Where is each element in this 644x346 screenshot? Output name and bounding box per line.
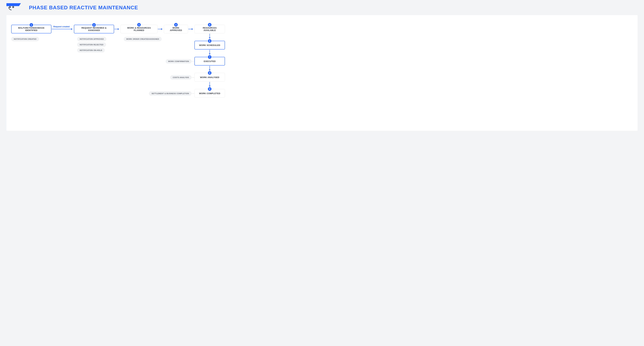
status-pill: NOTIFICATION ON-HOLD <box>77 48 105 52</box>
page-title: PHASE BASED REACTIVE MAINTENANCE <box>29 5 138 10</box>
brand-logo <box>6 3 21 12</box>
arrow-right-icon <box>188 29 193 29</box>
phase-label: RESOURCES AVAILABLE <box>197 27 222 32</box>
phase-label: MALFUNCTION/DAMAGE IDENTIFIED <box>14 27 49 32</box>
arrow-right-icon <box>114 29 119 29</box>
phase-badge: 3 <box>137 23 141 27</box>
svg-marker-0 <box>6 3 21 6</box>
phase-label: EXECUTED <box>204 60 216 62</box>
status-pill: WORK CONFIRMATION <box>166 59 192 64</box>
arrow-right-icon <box>52 29 72 29</box>
svg-point-1 <box>9 6 11 8</box>
arrow-down-icon <box>210 82 210 87</box>
svg-point-2 <box>12 6 14 8</box>
page-header: PHASE BASED REACTIVE MAINTENANCE <box>0 0 644 14</box>
phase-2: 2 REQUEST REVIEWED & ASSESSED <box>74 25 114 34</box>
arrow-down-icon <box>210 50 210 54</box>
phase-badge: 7 <box>208 55 212 59</box>
phase-1: 1 MALFUNCTION/DAMAGE IDENTIFIED <box>11 25 52 34</box>
arrow-down-icon <box>210 34 210 38</box>
phase-badge: 1 <box>29 23 34 27</box>
phase-5: 5 RESOURCES AVAILABLE <box>194 25 225 34</box>
phase-label: WORK APPROVED <box>166 27 186 32</box>
status-pill: WORK ORDER CREATED/ASSIGNED <box>124 37 162 41</box>
phase-4: 4 WORK APPROVED <box>164 25 188 34</box>
status-pill: NOTIFICATION CREATED <box>11 37 39 41</box>
phase-label: WORK ANALYSED <box>200 76 219 78</box>
phase-8: 8 WORK ANALYSED <box>194 73 225 82</box>
phase-9: 9 WORK COMPLETED <box>194 89 225 98</box>
status-pill: COSTS ANALYSIS <box>170 75 192 80</box>
phase-badge: 5 <box>208 23 212 27</box>
status-pill: SETTLEMENT & BUSINESS COMPLETION <box>149 91 192 96</box>
phase-7: 7 EXECUTED <box>194 57 225 66</box>
phase-badge: 8 <box>208 71 212 75</box>
status-pill: NOTIFICATION REJECTED <box>77 42 106 47</box>
status-pill: NOTIFICATION APPROVED <box>77 37 106 41</box>
phase-badge: 9 <box>208 87 212 91</box>
phase-badge: 6 <box>208 39 212 43</box>
phase-3: 3 WORK & RESOURCES PLANNED <box>120 25 158 34</box>
phase-badge: 2 <box>92 23 96 27</box>
phase-label: WORK SCHEDULED <box>199 44 220 46</box>
phase-label: WORK & RESOURCES PLANNED <box>123 27 155 32</box>
arrow-down-icon <box>210 66 210 71</box>
phase-label: WORK COMPLETED <box>199 92 220 94</box>
phase-label: REQUEST REVIEWED & ASSESSED <box>76 27 112 32</box>
diagram-canvas: 1 MALFUNCTION/DAMAGE IDENTIFIED Request … <box>6 15 638 131</box>
edge-label: Request created <box>53 26 70 28</box>
arrow-right-icon <box>158 29 162 29</box>
phase-badge: 4 <box>174 23 178 27</box>
phase-6: 6 WORK SCHEDULED <box>194 41 225 50</box>
